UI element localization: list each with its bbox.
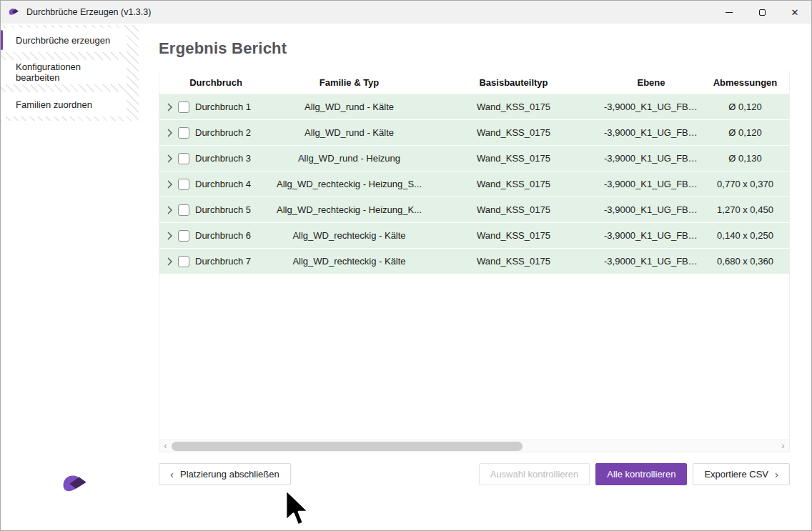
- row-dim: Ø 0,120: [701, 101, 789, 112]
- export-csv-label: Exportiere CSV: [704, 469, 768, 480]
- row-checkbox[interactable]: [178, 256, 189, 267]
- maximize-icon: [759, 9, 766, 16]
- row-expand-chevron-icon[interactable]: [167, 129, 172, 137]
- results-table: Durchbruch Familie & Typ Basisbauteiltyp…: [159, 71, 790, 452]
- table-row: Durchbruch 2 Allg_WD_rund - Kälte Wand_K…: [159, 120, 789, 145]
- page-title: Ergebnis Bericht: [159, 39, 788, 58]
- row-expand-chevron-icon[interactable]: [167, 103, 172, 111]
- row-dim: 0,680 x 0,360: [701, 256, 789, 267]
- row-checkbox[interactable]: [178, 230, 189, 242]
- row-dim: Ø 0,130: [701, 153, 789, 164]
- row-checkbox[interactable]: [178, 101, 189, 113]
- table-header-row: Durchbruch Familie & Typ Basisbauteiltyp…: [159, 71, 789, 94]
- row-base: Wand_KSS_0175: [426, 230, 601, 241]
- scrollbar-thumb[interactable]: [172, 442, 523, 451]
- close-icon: ✕: [791, 8, 799, 17]
- sidebar-item-familien-zuordnen[interactable]: Familien zuordnen: [1, 92, 127, 116]
- finish-placement-label: Platzierung abschließen: [180, 469, 279, 480]
- column-header-basisbauteiltyp: Basisbauteiltyp: [426, 77, 601, 88]
- row-level: -3,9000_K1_UG_FBOK: [601, 127, 701, 138]
- close-button[interactable]: ✕: [778, 1, 811, 24]
- row-level: -3,9000_K1_UG_FBOK: [601, 153, 701, 164]
- horizontal-scrollbar[interactable]: ‹ ›: [159, 440, 789, 452]
- column-header-ebene: Ebene: [601, 77, 701, 88]
- sidebar-item-label: Familien zuordnen: [16, 99, 92, 110]
- row-expand-chevron-icon[interactable]: [167, 154, 172, 163]
- row-family: Allg_WD_rechteckig - Heizung_K...: [272, 204, 426, 215]
- footer-button-bar: ‹ Platzierung abschließen Auswahl kontro…: [159, 463, 790, 485]
- table-row: Durchbruch 3 Allg_WD_rund - Heizung Wand…: [159, 146, 789, 171]
- scroll-right-arrow-icon[interactable]: ›: [777, 440, 789, 452]
- table-empty-area: [159, 274, 789, 440]
- column-header-abmessungen: Abmessungen: [701, 77, 789, 88]
- export-csv-button[interactable]: Exportiere CSV ›: [693, 463, 790, 485]
- row-name: Durchbruch 4: [195, 179, 251, 189]
- row-name: Durchbruch 1: [195, 101, 251, 112]
- chevron-right-icon: ›: [775, 469, 778, 480]
- row-dim: 0,770 x 0,370: [701, 179, 789, 189]
- row-base: Wand_KSS_0175: [426, 204, 601, 215]
- table-body: Durchbruch 1 Allg_WD_rund - Kälte Wand_K…: [159, 94, 789, 274]
- row-name: Durchbruch 2: [195, 127, 251, 138]
- row-family: Allg_WD_rechteckig - Heizung_S...: [272, 179, 426, 189]
- sidebar: Durchbrüche erzeugen Konfigurationen bea…: [1, 24, 139, 530]
- row-checkbox[interactable]: [178, 153, 189, 164]
- row-expand-chevron-icon[interactable]: [167, 206, 172, 214]
- row-name: Durchbruch 3: [195, 153, 251, 164]
- column-header-familie-typ: Familie & Typ: [272, 77, 426, 88]
- table-row: Durchbruch 4 Allg_WD_rechteckig - Heizun…: [159, 172, 789, 197]
- row-dim: Ø 0,120: [701, 127, 789, 138]
- maximize-button[interactable]: [746, 1, 778, 24]
- scroll-left-arrow-icon[interactable]: ‹: [159, 440, 172, 452]
- row-checkbox[interactable]: [178, 204, 189, 216]
- table-row: Durchbruch 1 Allg_WD_rund - Kälte Wand_K…: [159, 94, 789, 119]
- row-level: -3,9000_K1_UG_FBOK: [601, 204, 701, 215]
- minimize-icon: [726, 12, 733, 13]
- scrollbar-track[interactable]: [172, 440, 777, 452]
- row-name: Durchbruch 7: [195, 256, 251, 267]
- window-title: Durchbrüche Erzeugen (v1.3.3): [26, 7, 151, 17]
- row-expand-chevron-icon[interactable]: [167, 257, 172, 266]
- sidebar-item-label: Durchbrüche erzeugen: [16, 35, 110, 46]
- sidebar-item-konfigurationen-bearbeiten[interactable]: Konfigurationen bearbeiten: [1, 60, 127, 84]
- row-family: Allg_WD_rund - Heizung: [272, 153, 426, 164]
- row-checkbox[interactable]: [178, 179, 189, 190]
- row-level: -3,9000_K1_UG_FBOK: [601, 101, 701, 112]
- row-name: Durchbruch 5: [195, 204, 251, 215]
- brand-logo-icon: [59, 469, 90, 500]
- row-level: -3,9000_K1_UG_FBOK: [601, 230, 701, 241]
- check-selection-label: Auswahl kontrollieren: [490, 469, 579, 480]
- row-family: Allg_WD_rechteckig - Kälte: [272, 256, 426, 267]
- check-all-label: Alle kontrollieren: [607, 469, 675, 480]
- row-family: Allg_WD_rund - Kälte: [272, 101, 426, 112]
- row-level: -3,9000_K1_UG_FBOK: [601, 256, 701, 267]
- row-base: Wand_KSS_0175: [426, 153, 601, 164]
- sidebar-item-durchbrueche-erzeugen[interactable]: Durchbrüche erzeugen: [1, 28, 127, 52]
- row-dim: 0,140 x 0,250: [701, 230, 789, 241]
- row-family: Allg_WD_rechteckig - Kälte: [272, 230, 426, 241]
- row-base: Wand_KSS_0175: [426, 179, 601, 189]
- row-name: Durchbruch 6: [195, 230, 251, 241]
- row-level: -3,9000_K1_UG_FBOK: [601, 179, 701, 189]
- row-expand-chevron-icon[interactable]: [167, 232, 172, 240]
- sidebar-item-label: Konfigurationen bearbeiten: [16, 61, 127, 83]
- main-content: Ergebnis Bericht Durchbruch Familie & Ty…: [139, 24, 811, 530]
- row-dim: 1,270 x 0,450: [701, 204, 789, 215]
- app-window: Durchbrüche Erzeugen (v1.3.3) ✕ Durchbrü…: [0, 0, 812, 531]
- row-checkbox[interactable]: [178, 127, 189, 139]
- minimize-button[interactable]: [713, 1, 746, 24]
- chevron-left-icon: ‹: [170, 469, 174, 480]
- check-all-button[interactable]: Alle kontrollieren: [595, 463, 687, 485]
- app-logo-icon: [7, 6, 20, 19]
- table-row: Durchbruch 7 Allg_WD_rechteckig - Kälte …: [159, 249, 789, 274]
- row-base: Wand_KSS_0175: [426, 127, 601, 138]
- table-row: Durchbruch 6 Allg_WD_rechteckig - Kälte …: [159, 223, 789, 248]
- row-base: Wand_KSS_0175: [426, 101, 601, 112]
- finish-placement-button[interactable]: ‹ Platzierung abschließen: [159, 463, 291, 485]
- row-base: Wand_KSS_0175: [426, 256, 601, 267]
- row-family: Allg_WD_rund - Kälte: [272, 127, 426, 138]
- column-header-durchbruch: Durchbruch: [159, 77, 272, 88]
- check-selection-button[interactable]: Auswahl kontrollieren: [479, 463, 590, 485]
- table-row: Durchbruch 5 Allg_WD_rechteckig - Heizun…: [159, 197, 789, 222]
- row-expand-chevron-icon[interactable]: [167, 180, 172, 189]
